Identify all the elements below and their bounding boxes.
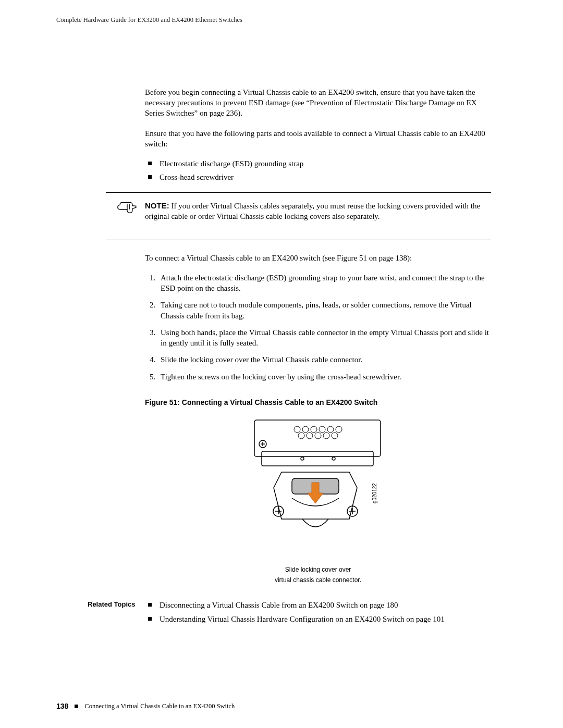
tool-item-text: Cross-head screwdriver xyxy=(160,173,234,181)
list-item: Cross-head screwdriver xyxy=(145,172,491,182)
related-topics-list: Disconnecting a Virtual Chassis Cable fr… xyxy=(145,600,491,624)
svg-point-12 xyxy=(323,433,329,439)
page-footer: 138 Connecting a Virtual Chassis Cable t… xyxy=(56,701,235,711)
step-text: Tighten the screws on the locking cover … xyxy=(161,373,401,381)
page-number: 138 xyxy=(56,701,68,711)
note-hand-icon xyxy=(116,201,138,215)
footer-square-icon xyxy=(75,705,78,708)
steps-list: Attach the electrostatic discharge (ESD)… xyxy=(145,273,491,382)
svg-point-10 xyxy=(307,433,313,439)
svg-point-7 xyxy=(327,426,334,433)
note-text: If you order Virtual Chassis cables sepa… xyxy=(145,202,480,220)
list-item: Disconnecting a Virtual Chassis Cable fr… xyxy=(145,600,491,610)
svg-point-5 xyxy=(311,426,317,433)
related-link[interactable]: Understanding Virtual Chassis Hardware C… xyxy=(160,615,445,623)
step-text: Slide the locking cover over the Virtual… xyxy=(161,355,362,364)
step-item: Attach the electrostatic discharge (ESD)… xyxy=(157,273,491,294)
figure-callout-1: Slide locking cover over xyxy=(145,565,491,574)
svg-point-8 xyxy=(336,426,342,433)
svg-point-9 xyxy=(298,433,304,439)
figure-artno: g020122 xyxy=(372,483,377,503)
figure-caption: Figure 51: Connecting a Virtual Chassis … xyxy=(145,398,491,408)
step-text: Taking care not to touch module componen… xyxy=(161,301,472,319)
step-item: Tighten the screws on the locking cover … xyxy=(157,372,491,382)
related-link[interactable]: Disconnecting a Virtual Chassis Cable fr… xyxy=(160,601,398,609)
step-item: Slide the locking cover over the Virtual… xyxy=(157,354,491,365)
footer-section-title: Connecting a Virtual Chassis Cable to an… xyxy=(84,702,235,711)
procedure-lead: To connect a Virtual Chassis cable to an… xyxy=(145,253,491,263)
intro-paragraph-1: Before you begin connecting a Virtual Ch… xyxy=(145,87,491,119)
list-item: Understanding Virtual Chassis Hardware C… xyxy=(145,614,491,624)
tool-item-text: Electrostatic discharge (ESD) grounding … xyxy=(160,159,303,168)
related-topics-label: Related Topics xyxy=(88,600,136,609)
note-label: NOTE: xyxy=(145,201,169,210)
step-text: Attach the electrostatic discharge (ESD)… xyxy=(161,274,485,292)
list-item: Electrostatic discharge (ESD) grounding … xyxy=(145,158,491,169)
note-block: NOTE: If you order Virtual Chassis cable… xyxy=(106,192,491,240)
running-header: Complete Hardware Guide for EX3200 and E… xyxy=(56,16,507,24)
intro-paragraph-2: Ensure that you have the following parts… xyxy=(145,128,491,150)
svg-point-11 xyxy=(315,433,321,439)
svg-point-4 xyxy=(302,426,309,433)
svg-rect-15 xyxy=(262,451,373,466)
step-text: Using both hands, place the Virtual Chas… xyxy=(161,328,489,347)
figure-callout-2: virtual chassis cable connector. xyxy=(145,576,491,584)
tools-list: Electrostatic discharge (ESD) grounding … xyxy=(145,158,491,183)
svg-point-3 xyxy=(294,426,300,433)
step-item: Using both hands, place the Virtual Chas… xyxy=(157,327,491,349)
svg-point-6 xyxy=(319,426,325,433)
svg-point-16 xyxy=(301,457,304,460)
figure-illustration: g020122 Slide locking cover over virtual… xyxy=(145,415,491,585)
svg-point-13 xyxy=(332,433,338,439)
step-item: Taking care not to touch module componen… xyxy=(157,300,491,321)
svg-point-17 xyxy=(332,457,335,460)
